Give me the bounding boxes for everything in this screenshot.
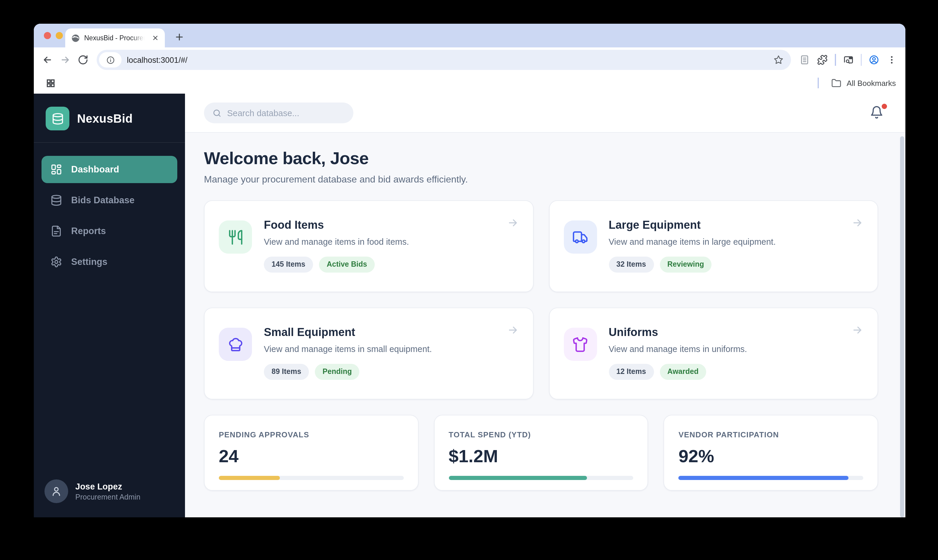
reading-list-icon[interactable] (796, 51, 813, 69)
items-count-badge: 145 Items (264, 257, 313, 272)
shirt-icon (564, 328, 597, 361)
profile-icon[interactable] (865, 51, 883, 69)
forward-button[interactable] (56, 51, 74, 69)
arrow-right-icon (852, 324, 863, 336)
utensils-icon (219, 220, 252, 254)
stat-cards: PENDING APPROVALS 24 TOTAL SPEND (YTD) $… (204, 415, 878, 491)
bell-icon (870, 105, 883, 119)
sidebar-item-label: Dashboard (71, 164, 119, 175)
sidebar: NexusBid Dashboard Bids Database Reports (34, 94, 185, 517)
browser-tab[interactable]: NexusBid - Procurement System (65, 28, 165, 48)
toolbar-divider (835, 54, 836, 66)
page-subtitle: Manage your procurement database and bid… (204, 174, 878, 185)
stat-value: 24 (219, 446, 404, 466)
all-bookmarks-button[interactable]: All Bookmarks (818, 78, 896, 88)
category-card-large-equipment[interactable]: Large Equipment View and manage items in… (549, 200, 878, 292)
bookmarks-divider (818, 78, 819, 88)
gear-icon (51, 256, 62, 268)
page-scrollbar[interactable] (900, 136, 904, 517)
bookmarks-bar: All Bookmarks (34, 72, 906, 94)
brand-logo-database-icon (46, 107, 69, 130)
progress-bar (448, 476, 633, 480)
chef-hat-icon (219, 328, 252, 361)
toolbar-divider (861, 54, 861, 66)
dashboard-content: Welcome back, Jose Manage your procureme… (185, 133, 906, 491)
progress-bar (679, 476, 863, 480)
search-input[interactable] (227, 108, 345, 118)
apps-grid-icon[interactable] (43, 76, 57, 90)
sidebar-item-settings[interactable]: Settings (42, 248, 177, 275)
sidebar-item-bids-database[interactable]: Bids Database (42, 187, 177, 214)
globe-favicon-icon (71, 34, 80, 42)
app-root: NexusBid Dashboard Bids Database Reports (34, 94, 906, 517)
brand-name: NexusBid (77, 112, 133, 125)
browser-menu-icon[interactable] (883, 51, 901, 69)
address-bar[interactable]: localhost:3001/#/ (97, 50, 791, 70)
category-title: Small Equipment (264, 326, 432, 339)
sidebar-item-label: Reports (71, 226, 106, 237)
user-icon (51, 485, 62, 497)
category-card-food-items[interactable]: Food Items View and manage items in food… (204, 200, 533, 292)
new-tab-button[interactable] (171, 29, 187, 45)
browser-toolbar: localhost:3001/#/ (34, 48, 906, 72)
stat-label: VENDOR PARTICIPATION (679, 430, 863, 439)
items-count-badge: 12 Items (608, 364, 654, 380)
search-bar[interactable] (204, 103, 353, 123)
minimize-window-button[interactable] (56, 32, 63, 39)
stat-card-pending-approvals: PENDING APPROVALS 24 (204, 415, 418, 491)
stat-card-total-spend: TOTAL SPEND (YTD) $1.2M (434, 415, 648, 491)
category-description: View and manage items in uniforms. (608, 344, 747, 354)
close-window-button[interactable] (44, 32, 51, 39)
stat-value: $1.2M (448, 446, 633, 466)
sidebar-item-label: Settings (71, 257, 107, 267)
tab-strip: NexusBid - Procurement System (34, 24, 906, 48)
progress-fill (448, 476, 587, 480)
notifications-button[interactable] (870, 105, 885, 121)
extensions-icon[interactable] (813, 51, 831, 69)
progress-fill (219, 476, 280, 480)
folder-icon (831, 78, 841, 88)
category-card-uniforms[interactable]: Uniforms View and manage items in unifor… (549, 308, 878, 399)
desktop-background: NexusBid - Procurement System (0, 0, 938, 560)
layout-dashboard-icon (51, 163, 62, 175)
category-card-small-equipment[interactable]: Small Equipment View and manage items in… (204, 308, 533, 399)
url-text[interactable]: localhost:3001/#/ (127, 55, 768, 64)
user-name: Jose Lopez (75, 482, 140, 491)
category-cards: Food Items View and manage items in food… (204, 200, 878, 399)
notification-dot (882, 103, 887, 109)
brand: NexusBid (34, 94, 185, 142)
progress-bar (219, 476, 404, 480)
browser-window: NexusBid - Procurement System (34, 24, 906, 517)
sidebar-divider (34, 142, 185, 143)
scrollbar-thumb[interactable] (900, 136, 904, 517)
sidebar-nav: Dashboard Bids Database Reports Settings (34, 156, 185, 275)
status-badge: Reviewing (660, 257, 712, 272)
status-badge: Awarded (660, 364, 706, 380)
reload-button[interactable] (74, 51, 92, 69)
sidebar-item-reports[interactable]: Reports (42, 217, 177, 245)
back-button[interactable] (39, 51, 56, 69)
arrow-right-icon (852, 217, 863, 229)
all-bookmarks-label: All Bookmarks (847, 78, 896, 88)
side-panel-search-icon[interactable] (839, 51, 857, 69)
site-info-icon[interactable] (99, 52, 122, 68)
app-topbar (185, 94, 906, 133)
status-badge: Pending (315, 364, 360, 380)
stat-value: 92% (679, 446, 863, 466)
user-profile[interactable]: Jose Lopez Procurement Admin (34, 470, 185, 517)
close-tab-icon[interactable] (151, 33, 160, 43)
stat-card-vendor-participation: VENDOR PARTICIPATION 92% (664, 415, 878, 491)
bookmark-star-icon[interactable] (773, 54, 784, 65)
file-text-icon (51, 225, 62, 237)
avatar (45, 479, 68, 503)
items-count-badge: 89 Items (264, 364, 309, 380)
tab-title: NexusBid - Procurement System (84, 34, 146, 42)
category-description: View and manage items in small equipment… (264, 344, 432, 354)
stat-label: TOTAL SPEND (YTD) (448, 430, 633, 439)
truck-icon (564, 220, 597, 254)
status-badge: Active Bids (319, 257, 375, 272)
sidebar-item-label: Bids Database (71, 195, 135, 206)
database-icon (51, 194, 62, 206)
sidebar-item-dashboard[interactable]: Dashboard (42, 156, 177, 183)
category-title: Food Items (264, 218, 409, 232)
